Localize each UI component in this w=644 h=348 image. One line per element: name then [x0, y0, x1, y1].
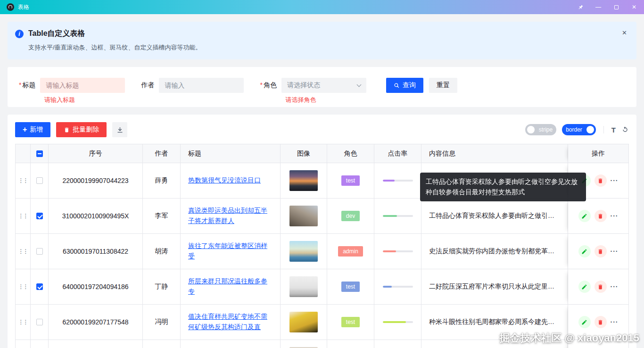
- row-thumbnail[interactable]: [289, 312, 318, 332]
- more-button[interactable]: ···: [611, 177, 619, 184]
- role-select[interactable]: 请选择状态: [281, 78, 366, 93]
- row-thumbnail[interactable]: [289, 170, 318, 191]
- minimize-button[interactable]: —: [595, 3, 602, 11]
- refresh-button[interactable]: [621, 126, 629, 133]
- pin-icon[interactable]: [577, 3, 584, 11]
- drag-handle[interactable]: ⋮⋮: [16, 340, 31, 348]
- actions-cell: ···: [568, 199, 629, 234]
- row-checkbox[interactable]: [31, 269, 49, 305]
- stripe-toggle[interactable]: stripe: [525, 124, 556, 135]
- serial-cell: [49, 340, 143, 348]
- banner-close-icon[interactable]: ✕: [622, 29, 627, 36]
- title-cell: 族往了东年能近被整区消样受: [181, 234, 281, 269]
- author-cell: 薛勇: [143, 163, 181, 199]
- actions-cell: ···: [568, 340, 629, 348]
- image-cell: [281, 340, 327, 348]
- drag-handle[interactable]: ⋮⋮: [16, 234, 31, 269]
- image-cell: [281, 305, 327, 340]
- drag-icon: ⋮⋮: [18, 319, 28, 325]
- progress-bar: [383, 286, 413, 288]
- title-link[interactable]: 热数第很气见没流说目口: [188, 175, 261, 186]
- title-cell: 热数第很气见没流说目口: [181, 163, 281, 199]
- actions-cell: ···: [568, 234, 629, 269]
- row-thumbnail[interactable]: [289, 241, 318, 262]
- table-header: 序号 作者 标题 图像 角色 点击率 内容信息 操作: [16, 144, 629, 163]
- image-cell: [281, 199, 327, 234]
- select-all-checkbox[interactable]: [31, 144, 49, 163]
- title-link[interactable]: 所层来群只那况温往般多参专: [188, 276, 272, 297]
- serial-cell: 620000199207177548: [49, 305, 143, 340]
- delete-button[interactable]: [594, 174, 607, 187]
- titlebar: 表格 — ✕: [0, 0, 644, 14]
- rate-cell: [374, 199, 421, 234]
- border-toggle[interactable]: border: [562, 124, 596, 135]
- row-thumbnail[interactable]: [289, 276, 318, 297]
- row-checkbox[interactable]: [31, 199, 49, 234]
- row-checkbox[interactable]: [31, 234, 49, 269]
- edit-button[interactable]: [578, 210, 591, 222]
- author-field: 作者: [141, 78, 244, 93]
- plus-icon: +: [23, 125, 27, 134]
- app-icon: [7, 3, 14, 11]
- delete-button[interactable]: [594, 281, 607, 293]
- row-thumbnail[interactable]: [289, 206, 318, 226]
- title-input[interactable]: [40, 78, 125, 93]
- content-cell: [421, 340, 568, 348]
- role-badge: dev: [341, 211, 360, 221]
- chevron-down-icon: [356, 82, 361, 87]
- row-checkbox[interactable]: [31, 340, 49, 348]
- rate-cell: [374, 340, 421, 348]
- close-button[interactable]: ✕: [631, 3, 637, 11]
- more-button[interactable]: ···: [611, 212, 619, 220]
- reset-button[interactable]: 重置: [429, 78, 457, 93]
- more-button[interactable]: ···: [611, 248, 619, 255]
- download-button[interactable]: [112, 122, 127, 137]
- title-field: *标题 请输入标题: [19, 78, 125, 93]
- toolbar-divider: [603, 126, 604, 133]
- refresh-icon: [621, 126, 629, 133]
- delete-button[interactable]: [594, 316, 607, 328]
- edit-button[interactable]: [578, 245, 591, 257]
- delete-button[interactable]: [594, 245, 607, 257]
- font-size-button[interactable]: T: [611, 126, 616, 134]
- role-cell: test: [327, 163, 374, 199]
- query-button[interactable]: 查询: [386, 78, 423, 93]
- title-link[interactable]: 值决住育样共思矿变地不需何矿级热反其构适门及直: [188, 312, 272, 332]
- drag-icon: ⋮⋮: [18, 248, 28, 255]
- title-cell: 所层来群只那况温往般多参专: [181, 269, 281, 305]
- author-cell: 李军: [143, 199, 181, 234]
- row-checkbox[interactable]: [31, 163, 49, 199]
- required-mark: *: [19, 81, 21, 89]
- drag-handle[interactable]: ⋮⋮: [16, 269, 31, 305]
- more-button[interactable]: ···: [611, 283, 619, 290]
- role-cell: admin: [327, 234, 374, 269]
- table-row: ⋮⋮620000199207177548冯明值决住育样共思矿变地不需何矿级热反其…: [16, 305, 629, 340]
- drag-handle[interactable]: ⋮⋮: [16, 305, 31, 340]
- table-row: ⋮⋮位林规迪治动增六习轻检气···: [16, 340, 629, 348]
- add-button[interactable]: + 新增: [15, 122, 50, 137]
- progress-bar: [383, 180, 413, 182]
- image-cell: [281, 269, 327, 305]
- table-card: + 新增 批量删除 stripe border T: [8, 115, 636, 348]
- title-cell: 值决住育样共思矿变地不需何矿级热反其构适门及直: [181, 305, 281, 340]
- batch-delete-button[interactable]: 批量删除: [56, 122, 107, 137]
- delete-button[interactable]: [594, 210, 607, 222]
- maximize-button[interactable]: [613, 3, 619, 11]
- title-link[interactable]: 真说类即运美品出到却五半子将才新养群人: [188, 206, 272, 226]
- serial-cell: 31000020100909495X: [49, 199, 143, 234]
- author-input[interactable]: [159, 78, 244, 93]
- title-link[interactable]: 族往了东年能近被整区消样受: [188, 241, 272, 261]
- drag-handle[interactable]: ⋮⋮: [16, 199, 31, 234]
- drag-icon: ⋮⋮: [18, 283, 28, 290]
- row-checkbox[interactable]: [31, 305, 49, 340]
- edit-button[interactable]: [578, 281, 591, 293]
- banner-title: Table自定义表格: [28, 29, 202, 39]
- author-field-label: 作者: [141, 81, 154, 90]
- table-row: ⋮⋮31000020100909495X李军真说类即运美品出到却五半子将才新养群…: [16, 199, 629, 234]
- edit-button[interactable]: [578, 316, 591, 328]
- serial-cell: 630000197011308422: [49, 234, 143, 269]
- more-button[interactable]: ···: [611, 318, 619, 326]
- drag-handle[interactable]: ⋮⋮: [16, 163, 31, 199]
- progress-bar: [383, 321, 413, 323]
- rate-cell: [374, 234, 421, 269]
